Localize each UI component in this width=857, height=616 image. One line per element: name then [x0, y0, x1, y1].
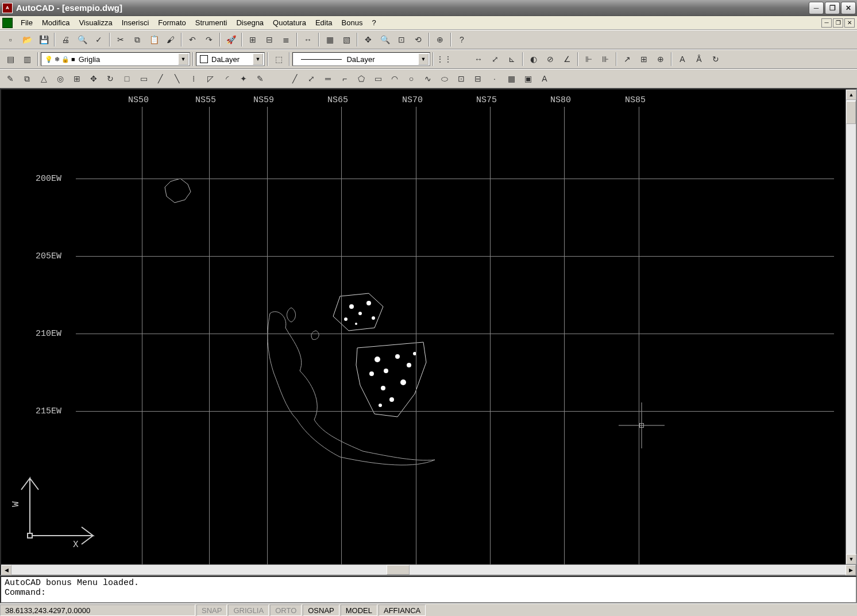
save-icon[interactable]: 💾 [36, 32, 52, 48]
xline-icon[interactable]: ⤢ [303, 71, 319, 87]
format-painter-icon[interactable]: 🖌 [163, 32, 179, 48]
circle-icon[interactable]: ○ [403, 71, 419, 87]
status-toggle-model[interactable]: MODEL [341, 605, 377, 616]
list-icon[interactable]: ≣ [278, 32, 294, 48]
layer-filter-icon[interactable]: ▥ [19, 51, 35, 67]
chamfer-icon[interactable]: ◸ [202, 71, 218, 87]
copy-object-icon[interactable]: ⧉ [19, 71, 35, 87]
zoom-window-icon[interactable]: ⊡ [393, 32, 410, 48]
menu-quotatura[interactable]: Quotatura [268, 17, 311, 29]
move-icon[interactable]: ✥ [86, 71, 102, 87]
color-combo[interactable]: DaLayer ▼ [196, 52, 265, 66]
text-icon[interactable]: A [536, 71, 553, 87]
dim-linear-icon[interactable]: ↔ [470, 51, 487, 67]
status-toggle-snap[interactable]: SNAP [196, 605, 227, 616]
menu-visualizza[interactable]: Visualizza [74, 17, 117, 29]
osnap-tracking-icon[interactable]: ⊞ [245, 32, 261, 48]
chevron-down-icon[interactable]: ▼ [178, 53, 188, 65]
point-icon[interactable]: · [487, 71, 503, 87]
zoom-previous-icon[interactable]: ⟲ [410, 32, 426, 48]
explode-icon[interactable]: ✦ [236, 71, 252, 87]
dim-continue-icon[interactable]: ⊪ [597, 51, 613, 67]
line-icon[interactable]: ╱ [287, 71, 303, 87]
mdi-close-button[interactable]: ✕ [844, 18, 855, 28]
cut-icon[interactable]: ✂ [113, 32, 129, 48]
dim-aligned-icon[interactable]: ⤢ [487, 51, 503, 67]
horizontal-scrollbar[interactable]: ◀ ▶ [1, 564, 856, 575]
area-icon[interactable]: ▦ [322, 32, 338, 48]
menu-disegna[interactable]: Disegna [231, 17, 268, 29]
menu-[interactable]: ? [367, 17, 380, 29]
snap-from-icon[interactable]: ⊟ [261, 32, 277, 48]
make-block-icon[interactable]: ⊟ [470, 71, 486, 87]
offset-icon[interactable]: ◎ [52, 71, 68, 87]
rectangle-icon[interactable]: ▭ [370, 71, 386, 87]
fillet-icon[interactable]: ◜ [219, 71, 235, 87]
scroll-left-icon[interactable]: ◀ [1, 565, 11, 575]
print-preview-icon[interactable]: 🔍 [74, 32, 90, 48]
open-icon[interactable]: 📂 [19, 32, 35, 48]
status-toggle-affianca[interactable]: AFFIANCA [379, 605, 426, 616]
dim-diameter-icon[interactable]: ⊘ [542, 51, 558, 67]
mdi-restore-button[interactable]: ❐ [833, 18, 843, 28]
hatch-icon[interactable]: ▦ [503, 71, 519, 87]
mirror-icon[interactable]: △ [36, 71, 52, 87]
paste-icon[interactable]: 📋 [146, 32, 162, 48]
help-icon[interactable]: ? [454, 32, 470, 48]
copy-icon[interactable]: ⧉ [129, 32, 145, 48]
dim-angular-icon[interactable]: ∠ [559, 51, 575, 67]
status-toggle-orto[interactable]: ORTO [270, 605, 302, 616]
maximize-button[interactable]: ❐ [825, 2, 840, 14]
linetype-scale-icon[interactable]: ⋮⋮ [436, 51, 452, 67]
layer-manager-icon[interactable]: ▤ [2, 51, 18, 67]
dim-update-icon[interactable]: ↻ [708, 51, 724, 67]
spellcheck-icon[interactable]: ✓ [91, 32, 107, 48]
undo-icon[interactable]: ↶ [184, 32, 200, 48]
dim-center-icon[interactable]: ⊕ [653, 51, 669, 67]
dim-leader-icon[interactable]: ↗ [619, 51, 635, 67]
extend-icon[interactable]: ╲ [169, 71, 185, 87]
menu-formato[interactable]: Formato [153, 17, 190, 29]
break-icon[interactable]: ⁞ [186, 71, 202, 87]
zoom-realtime-icon[interactable]: 🔍 [377, 32, 393, 48]
scroll-right-icon[interactable]: ▶ [846, 565, 856, 575]
arc-icon[interactable]: ◠ [387, 71, 403, 87]
stretch-icon[interactable]: ▭ [136, 71, 152, 87]
array-icon[interactable]: ⊞ [69, 71, 85, 87]
redo-icon[interactable]: ↷ [201, 32, 217, 48]
menu-strumenti[interactable]: Strumenti [191, 17, 232, 29]
distance-icon[interactable]: ↔ [300, 32, 316, 48]
status-toggle-osnap[interactable]: OSNAP [303, 605, 339, 616]
linetype-combo[interactable]: DaLayer ▼ [292, 52, 430, 66]
menu-inserisci[interactable]: Inserisci [117, 17, 154, 29]
launch-icon[interactable]: 🚀 [223, 32, 239, 48]
menu-bonus[interactable]: Bonus [337, 17, 368, 29]
dim-style-icon[interactable]: Å [691, 51, 707, 67]
menu-edita[interactable]: Edita [311, 17, 337, 29]
mdi-minimize-button[interactable]: ─ [821, 18, 832, 28]
dim-baseline-icon[interactable]: ⊩ [581, 51, 597, 67]
dim-edit-icon[interactable]: A [674, 51, 690, 67]
pline-icon[interactable]: ⌐ [337, 71, 353, 87]
dim-tolerance-icon[interactable]: ⊞ [636, 51, 652, 67]
layer-combo[interactable]: 💡 ❄ 🔒 ■ Griglia ▼ [41, 52, 190, 66]
region2-icon[interactable]: ▣ [520, 71, 536, 87]
chevron-down-icon[interactable]: ▼ [253, 53, 263, 65]
new-icon[interactable]: ▫ [2, 32, 18, 48]
menu-modifica[interactable]: Modifica [37, 17, 74, 29]
region-icon[interactable]: ▧ [338, 32, 354, 48]
aerial-view-icon[interactable]: ⊕ [432, 32, 448, 48]
coordinate-readout[interactable]: 38.6133,243.4297,0.0000 [0, 605, 195, 616]
status-toggle-griglia[interactable]: GRIGLIA [228, 605, 269, 616]
spline-icon[interactable]: ∿ [420, 71, 436, 87]
scale-icon[interactable]: □ [119, 71, 135, 87]
mline-icon[interactable]: ═ [320, 71, 336, 87]
command-window[interactable]: AutoCAD bonus Menu loaded. Command: [0, 576, 857, 603]
rotate-icon[interactable]: ↻ [102, 71, 118, 87]
ellipse-icon[interactable]: ⬭ [437, 71, 453, 87]
pedit-icon[interactable]: ✎ [252, 71, 268, 87]
menu-file[interactable]: File [16, 17, 37, 29]
make-layer-current-icon[interactable]: ⬚ [271, 51, 287, 67]
drawing-canvas[interactable]: X W NS50NS55NS59NS65NS70NS75NS80NS85200E… [1, 90, 846, 564]
trim-icon[interactable]: ╱ [152, 71, 168, 87]
